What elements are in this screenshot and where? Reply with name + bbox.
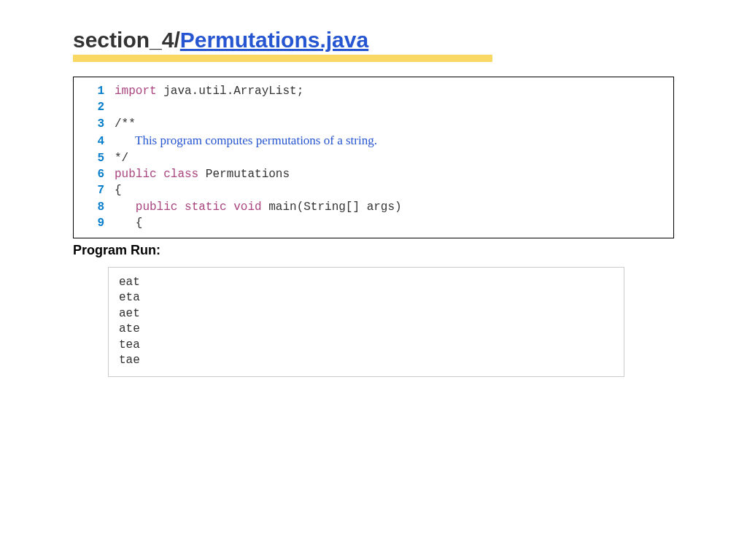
code-token: /** <box>115 116 136 132</box>
code-listing-box: 1import java.util.ArrayList;23/**4This p… <box>73 77 674 238</box>
line-number: 4 <box>84 133 104 149</box>
code-token <box>115 199 136 215</box>
code-line: 5*/ <box>84 150 663 166</box>
code-token: */ <box>115 150 128 166</box>
line-number: 8 <box>84 199 104 215</box>
code-line: 4This program computes permutations of a… <box>84 132 663 149</box>
output-line: aet <box>119 306 614 322</box>
line-number: 5 <box>84 150 104 166</box>
program-output-box: eatetaaetateteatae <box>108 267 624 378</box>
line-number: 1 <box>84 83 104 99</box>
code-line: 9 { <box>84 215 663 231</box>
code-token: main(String[] args) <box>262 199 402 215</box>
code-line: 7{ <box>84 182 663 198</box>
code-token: import <box>115 83 157 99</box>
output-line: tae <box>119 353 614 369</box>
line-number: 2 <box>84 99 104 115</box>
code-token: public static void <box>136 199 262 215</box>
code-token: { <box>115 182 122 198</box>
code-token: public class <box>115 166 198 182</box>
code-token: Permutations <box>198 166 290 182</box>
code-comment: This program computes permutations of a … <box>115 132 377 149</box>
slide-title-block: section_4/Permutations.java <box>73 28 674 62</box>
title-prefix: section_4/ <box>73 28 180 52</box>
code-line: 6public class Permutations <box>84 166 663 182</box>
output-line: ate <box>119 322 614 338</box>
title-underline <box>73 55 492 62</box>
code-line: 1import java.util.ArrayList; <box>84 83 663 99</box>
code-token: { <box>115 215 142 231</box>
code-line: 3/** <box>84 116 663 132</box>
line-number: 7 <box>84 182 104 198</box>
line-number: 9 <box>84 215 104 231</box>
code-token: java.util.ArrayList; <box>157 83 304 99</box>
code-line: 8 public static void main(String[] args) <box>84 199 663 215</box>
code-line: 2 <box>84 99 663 115</box>
program-run-label: Program Run: <box>73 243 674 258</box>
output-line: eta <box>119 290 614 306</box>
output-line: tea <box>119 338 614 354</box>
output-line: eat <box>119 275 614 291</box>
title-file-link[interactable]: Permutations.java <box>180 28 368 52</box>
line-number: 3 <box>84 116 104 132</box>
line-number: 6 <box>84 166 104 182</box>
slide-title: section_4/Permutations.java <box>73 28 674 52</box>
